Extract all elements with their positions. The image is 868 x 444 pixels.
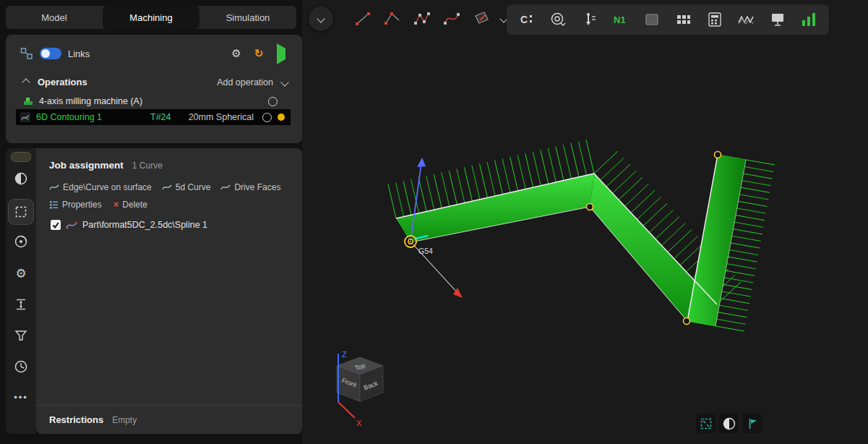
tool-probe-button[interactable]	[579, 9, 599, 30]
properties-icon	[49, 200, 59, 209]
links-label: Links	[68, 48, 90, 59]
parameters-button[interactable]: ⚙	[12, 265, 30, 282]
curve-list-item[interactable]: Part\format5DC_2.5dc\Spline 1	[36, 210, 302, 230]
workpiece-cs-icon	[549, 11, 567, 28]
machining-time-button[interactable]	[12, 358, 30, 375]
job-source-actions: Edge\Curve on surface 5d Curve Drive Fac…	[36, 171, 302, 192]
operation-tool-desc: 20mm Spherical	[189, 112, 257, 122]
more-button[interactable]: •••	[12, 388, 30, 406]
navigation-cube[interactable]: Top Front Back Z X	[337, 350, 383, 427]
tab-model[interactable]: Model	[6, 6, 103, 29]
curve-icon	[220, 183, 231, 192]
ellipsis-icon: •••	[14, 392, 28, 403]
operation-tool: T#24	[150, 112, 182, 122]
operation-radio[interactable]	[262, 113, 272, 122]
stock-button[interactable]	[642, 9, 662, 30]
machining-toolbar: C N1	[507, 4, 829, 35]
auto-recalc-icon[interactable]: ↻	[251, 47, 267, 60]
line-tool-button[interactable]	[353, 9, 373, 29]
origin-label: G54	[418, 247, 433, 255]
flag-marker-button[interactable]	[742, 414, 762, 433]
cnc-code-button[interactable]: C	[517, 9, 537, 30]
operation-row-selected[interactable]: 6D Contouring 1 T#24 20mm Spherical	[16, 109, 291, 125]
curve-icon	[162, 183, 172, 192]
machine-radio[interactable]	[268, 97, 278, 106]
shaded-sphere-icon	[722, 417, 736, 431]
run-button[interactable]	[273, 48, 289, 59]
restrictions-row[interactable]: Restrictions Empty	[36, 405, 302, 434]
filter-button[interactable]	[12, 327, 30, 344]
disc-icon	[14, 234, 28, 249]
angle-tool-button[interactable]	[382, 9, 403, 29]
clock-icon	[14, 359, 28, 374]
workpiece-cs-button[interactable]	[548, 9, 568, 30]
edge-curve-button[interactable]: Edge\Curve on surface	[49, 182, 152, 192]
stock-icon	[643, 11, 661, 28]
edge-curve-label: Edge\Curve on surface	[63, 182, 152, 192]
shading-mode-button[interactable]	[719, 414, 739, 433]
drive-faces-button[interactable]: Drive Faces	[220, 182, 280, 192]
delete-label: Delete	[122, 200, 147, 210]
gcode-n1-button[interactable]: N1	[611, 9, 631, 30]
item-checkbox[interactable]	[51, 220, 61, 230]
add-operation-chevron-icon[interactable]	[280, 78, 288, 86]
waveform-button[interactable]	[736, 9, 756, 30]
properties-button[interactable]: Properties	[49, 200, 102, 210]
waveform-icon	[737, 11, 755, 28]
properties-label: Properties	[62, 200, 102, 210]
pallet-button[interactable]	[674, 9, 694, 30]
operations-header-row: Operations Add operation	[6, 69, 302, 93]
operations-header: Operations	[38, 77, 87, 87]
monitor-icon	[769, 11, 786, 28]
delete-button[interactable]: × Delete	[113, 199, 147, 210]
drive-faces-label: Drive Faces	[234, 182, 280, 192]
job-item-actions: Properties × Delete	[36, 192, 302, 210]
model-view-button[interactable]	[12, 170, 30, 187]
play-icon	[277, 43, 285, 64]
job-title: Job assignment	[49, 160, 124, 171]
job-assignment-panel: Job assignment 1 Curve Edge\Curve on sur…	[36, 148, 302, 434]
axis-x-label: X	[356, 419, 362, 427]
gcode-n1-icon: N1	[612, 11, 629, 28]
tab-machining[interactable]: Machining	[103, 6, 199, 29]
fit-view-button[interactable]	[696, 414, 716, 433]
machine-icon	[23, 96, 33, 106]
curve-5d-button[interactable]: 5d Curve	[162, 182, 211, 192]
panel-grip[interactable]	[11, 152, 31, 162]
curve-icon	[49, 183, 59, 192]
strategy-button[interactable]	[12, 233, 30, 250]
collapse-chevron-icon[interactable]	[22, 78, 30, 86]
fit-view-icon	[699, 417, 713, 431]
approach-retract-button[interactable]	[12, 296, 30, 313]
statistics-button[interactable]	[799, 9, 819, 30]
links-toggle[interactable]	[40, 48, 61, 59]
viewport-3d[interactable]: G54 Top Front Back Z X	[302, 0, 868, 444]
edit-sketch-button[interactable]	[471, 9, 491, 29]
flag-icon	[745, 417, 760, 431]
operation-icon	[20, 112, 30, 122]
sketch-toolbar	[353, 8, 507, 30]
links-graph-icon	[20, 47, 33, 60]
job-assignment-button[interactable]	[9, 200, 33, 224]
tab-simulation[interactable]: Simulation	[199, 6, 296, 29]
calculator-icon	[706, 11, 723, 28]
calculator-button[interactable]	[705, 9, 725, 30]
operations-panel: Links ⚙ ↻ Operations Add operation 4-axi…	[6, 35, 302, 143]
toolbar-dropdown-button[interactable]	[309, 7, 333, 31]
spline-tool-icon	[442, 9, 461, 28]
curve-5d-label: 5d Curve	[176, 182, 211, 192]
view-toolbar	[696, 414, 762, 433]
settings-gear-icon[interactable]: ⚙	[228, 47, 244, 60]
app-window: G54 Top Front Back Z X	[0, 0, 868, 444]
spline-tool-button[interactable]	[442, 9, 462, 29]
funnel-icon	[14, 328, 28, 343]
add-operation-button[interactable]: Add operation	[217, 77, 273, 87]
restrictions-title: Restrictions	[49, 414, 103, 425]
job-count: 1 Curve	[132, 161, 163, 171]
operation-name: 6D Contouring 1	[36, 112, 145, 122]
monitor-button[interactable]	[768, 9, 788, 30]
spline-item-icon	[66, 221, 77, 230]
selection-rect-icon	[14, 205, 28, 219]
polyline-tool-button[interactable]	[412, 9, 432, 29]
machine-row[interactable]: 4-axis milling machine (A)	[6, 93, 302, 109]
